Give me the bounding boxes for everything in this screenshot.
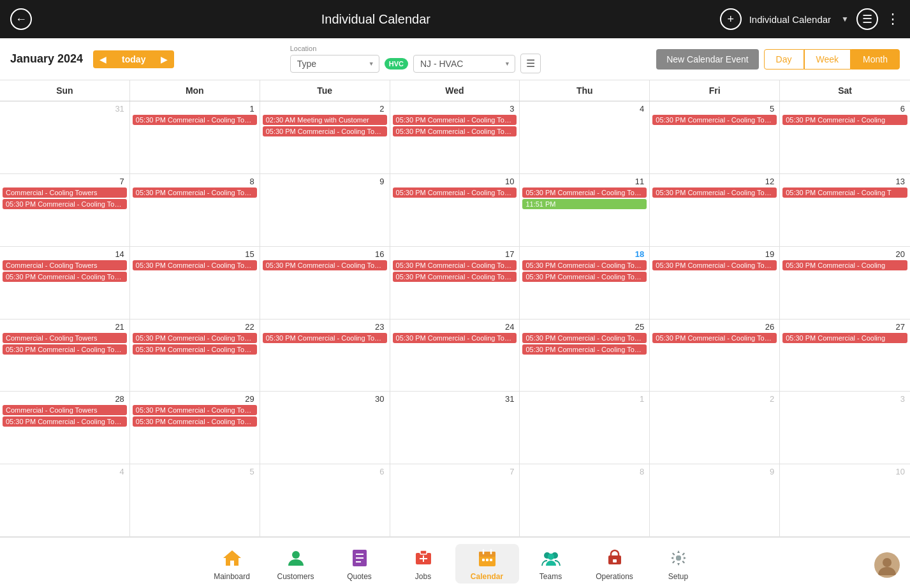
event-cooling[interactable]: 05:30 PM Commercial - Cooling Towers: [3, 272, 127, 282]
cal-cell-jan6: 6 05:30 PM Commercial - Cooling: [780, 101, 910, 173]
cal-cell-jan23: 23 05:30 PM Commercial - Cooling Towers: [260, 320, 390, 392]
cal-cell-jan11: 11 05:30 PM Commercial - Cooling Towers …: [520, 174, 650, 246]
event-cooling[interactable]: 05:30 PM Commercial - Cooling Towers: [133, 333, 257, 343]
day-num: 3: [782, 394, 907, 405]
cal-cell-jan21: 21 Commercial - Cooling Towers 05:30 PM …: [0, 320, 130, 392]
more-options-button[interactable]: ⋮: [886, 11, 900, 27]
event-meeting[interactable]: 02:30 AM Meeting with Customer: [263, 115, 387, 125]
nav-item-operations[interactable]: Operations: [583, 544, 647, 584]
day-num: 7: [3, 177, 127, 187]
nav-item-customers[interactable]: Customers: [264, 544, 328, 584]
header-left: ←: [10, 8, 32, 30]
event-cooling[interactable]: 05:30 PM Commercial - Cooling Towers: [3, 344, 127, 355]
day-view-button[interactable]: Day: [764, 49, 804, 70]
nav-item-mainboard[interactable]: Mainboard: [200, 544, 264, 584]
event-cooling-short[interactable]: Commercial - Cooling Towers: [3, 260, 127, 270]
cal-cell-jan18: 18 05:30 PM Commercial - Cooling Towers …: [520, 247, 650, 319]
cal-cell-jan1: 1 05:30 PM Commercial - Cooling Towers: [130, 101, 260, 173]
day-num: 31: [393, 394, 517, 405]
event-cooling[interactable]: 05:30 PM Commercial - Cooling Towers: [263, 260, 387, 270]
day-num: 8: [133, 177, 257, 187]
view-btn-group: Day Week Month: [764, 49, 900, 70]
new-calendar-event-button[interactable]: New Calendar Event: [656, 49, 758, 70]
event-cooling[interactable]: 05:30 PM Commercial - Cooling Towers: [133, 115, 257, 125]
event-cooling[interactable]: 05:30 PM Commercial - Cooling Towers: [263, 126, 387, 136]
event-cooling[interactable]: 05:30 PM Commercial - Cooling T: [782, 187, 907, 198]
day-num: 31: [3, 104, 127, 115]
event-cooling[interactable]: 05:30 PM Commercial - Cooling Towers: [652, 187, 777, 198]
event-cooling[interactable]: 05:30 PM Commercial - Cooling Towers: [522, 260, 647, 270]
calendar-header: Sun Mon Tue Wed Thu Fri Sat: [0, 80, 910, 101]
nav-item-jobs[interactable]: Jobs: [392, 544, 455, 584]
day-num: 27: [782, 322, 907, 333]
event-cooling-short[interactable]: Commercial - Cooling Towers: [3, 405, 127, 415]
event-cooling-2[interactable]: 05:30 PM Commercial - Cooling Towers: [522, 344, 647, 355]
top-header: ← Individual Calendar + Individual Calen…: [0, 0, 910, 38]
event-cooling-2[interactable]: 05:30 PM Commercial - Cooling Towers: [393, 272, 517, 282]
day-num: 9: [263, 177, 387, 187]
event-time[interactable]: 11:51 PM: [522, 199, 647, 209]
day-num: 29: [133, 394, 257, 405]
nav-item-setup[interactable]: Setup: [647, 544, 710, 584]
event-cooling[interactable]: 05:30 PM Commercial - Cooling Towers: [133, 405, 257, 415]
event-cooling-2[interactable]: 05:30 PM Commercial - Cooling Towers: [522, 272, 647, 282]
next-month-button[interactable]: ▶: [154, 50, 174, 68]
event-cooling-short[interactable]: Commercial - Cooling Towers: [3, 333, 127, 343]
cal-cell-jan12: 12 05:30 PM Commercial - Cooling Towers: [650, 174, 780, 246]
calendar-week-3: 14 Commercial - Cooling Towers 05:30 PM …: [0, 247, 910, 320]
event-cooling[interactable]: 05:30 PM Commercial - Cooling Towers: [133, 187, 257, 198]
event-cooling[interactable]: 05:30 PM Commercial - Cooling Towers: [652, 260, 777, 270]
menu-button[interactable]: ☰: [856, 8, 878, 30]
location-select[interactable]: NJ - HVAC: [413, 55, 515, 73]
cal-cell-jan26: 26 05:30 PM Commercial - Cooling Towers: [650, 320, 780, 392]
cal-cell-jan2: 2 02:30 AM Meeting with Customer 05:30 P…: [260, 101, 390, 173]
event-cooling-2[interactable]: 05:30 PM Commercial - Cooling Towers: [393, 126, 517, 136]
cal-cell-feb1: 1: [520, 392, 650, 464]
cal-cell-jan16: 16 05:30 PM Commercial - Cooling Towers: [260, 247, 390, 319]
event-cooling-short[interactable]: Commercial - Cooling Towers: [3, 187, 127, 198]
prev-month-button[interactable]: ◀: [93, 50, 113, 68]
event-cooling[interactable]: 05:30 PM Commercial - Cooling: [782, 260, 907, 270]
week-view-button[interactable]: Week: [804, 49, 851, 70]
back-button[interactable]: ←: [10, 8, 32, 30]
nav-item-teams[interactable]: Teams: [519, 544, 583, 584]
list-view-button[interactable]: ☰: [520, 54, 541, 73]
event-cooling[interactable]: 05:30 PM Commercial - Cooling Towers: [652, 115, 777, 125]
event-cooling[interactable]: 05:30 PM Commercial - Cooling Towers: [3, 416, 127, 427]
event-cooling[interactable]: 05:30 PM Commercial - Cooling Towers: [393, 115, 517, 125]
event-cooling[interactable]: 05:30 PM Commercial - Cooling Towers: [393, 260, 517, 270]
day-num: 6: [782, 104, 907, 115]
cal-cell-jan28: 28 Commercial - Cooling Towers 05:30 PM …: [0, 392, 130, 464]
month-view-button[interactable]: Month: [851, 49, 900, 70]
day-num: 12: [652, 177, 777, 187]
nav-item-quotes[interactable]: Quotes: [328, 544, 392, 584]
day-num: 5: [133, 467, 257, 478]
calendar-dropdown-arrow[interactable]: ▼: [841, 15, 849, 24]
event-cooling[interactable]: 05:30 PM Commercial - Cooling Towers: [522, 333, 647, 343]
day-num: 21: [3, 322, 127, 333]
event-cooling[interactable]: 05:30 PM Commercial - Cooling: [782, 115, 907, 125]
today-button[interactable]: today: [113, 50, 154, 68]
nav-item-calendar[interactable]: Calendar: [455, 544, 519, 584]
user-avatar-container[interactable]: [874, 552, 900, 578]
type-select[interactable]: Type: [290, 55, 379, 73]
day-num: 14: [3, 249, 127, 260]
day-num: 19: [652, 249, 777, 260]
day-num: 8: [522, 467, 647, 478]
add-calendar-button[interactable]: +: [720, 8, 742, 30]
cal-cell-jan9: 9: [260, 174, 390, 246]
event-cooling[interactable]: 05:30 PM Commercial - Cooling Towers: [393, 187, 517, 198]
event-cooling[interactable]: 05:30 PM Commercial - Cooling Towers: [263, 333, 387, 343]
event-cooling[interactable]: 05:30 PM Commercial - Cooling Towers: [522, 187, 647, 198]
event-cooling-2[interactable]: 05:30 PM Commercial - Cooling Towers: [133, 344, 257, 355]
event-cooling[interactable]: 05:30 PM Commercial - Cooling Towers: [3, 199, 127, 209]
event-cooling[interactable]: 05:30 PM Commercial - Cooling Towers: [393, 333, 517, 343]
event-cooling[interactable]: 05:30 PM Commercial - Cooling Towers: [652, 333, 777, 343]
cal-cell-jan31: 31: [390, 392, 520, 464]
cal-cell-jan15: 15 05:30 PM Commercial - Cooling Towers: [130, 247, 260, 319]
event-cooling[interactable]: 05:30 PM Commercial - Cooling Towers: [133, 260, 257, 270]
teams-icon: [539, 547, 562, 570]
event-cooling[interactable]: 05:30 PM Commercial - Cooling: [782, 333, 907, 343]
cal-cell-jan3: 3 05:30 PM Commercial - Cooling Towers 0…: [390, 101, 520, 173]
event-cooling-2[interactable]: 05:30 PM Commercial - Cooling Towers: [133, 416, 257, 427]
